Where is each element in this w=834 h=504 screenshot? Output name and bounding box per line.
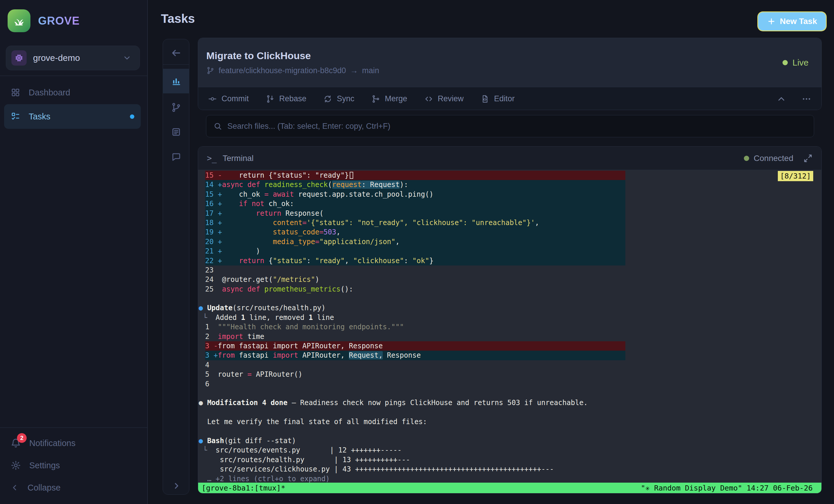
grid-icon bbox=[10, 88, 21, 97]
commit-button[interactable]: Commit bbox=[208, 94, 249, 103]
terminal-token: } bbox=[429, 257, 433, 265]
terminal-line: ● Update(src/routes/health.py) bbox=[199, 303, 821, 312]
rail-tab-stats[interactable] bbox=[163, 69, 189, 93]
terminal-token: 17 bbox=[205, 209, 214, 217]
merge-button[interactable]: Merge bbox=[371, 94, 407, 103]
terminal-token: 21 bbox=[205, 247, 214, 255]
ellipsis-icon[interactable] bbox=[802, 94, 811, 104]
rebase-button[interactable]: Rebase bbox=[266, 94, 306, 103]
terminal-token: (): bbox=[340, 285, 353, 293]
brand-name: GROVE bbox=[38, 15, 80, 27]
terminal-token bbox=[260, 285, 264, 293]
terminal-token: (git diff --stat) bbox=[224, 437, 296, 445]
terminal-token: — Readiness check now pings ClickHouse a… bbox=[287, 399, 588, 407]
terminal-line: 18 + content='{"status": "not_ready", "c… bbox=[205, 218, 626, 227]
terminal-token: not bbox=[252, 200, 264, 208]
git-merge-icon bbox=[371, 94, 380, 103]
arrow-right-icon: → bbox=[350, 66, 358, 75]
rail-next-button[interactable] bbox=[163, 477, 189, 494]
brand: GROVE bbox=[0, 0, 147, 32]
terminal-token: import bbox=[218, 332, 243, 341]
terminal-token: def bbox=[247, 285, 260, 293]
connected-dot bbox=[744, 156, 749, 161]
terminal-line: 15 - return {"status": "ready"} bbox=[205, 171, 626, 180]
sidebar-nav: Dashboard Tasks bbox=[0, 81, 148, 131]
review-button[interactable]: Review bbox=[424, 94, 464, 103]
sidebar-item-dashboard[interactable]: Dashboard bbox=[4, 83, 141, 103]
rail-tab-chat[interactable] bbox=[163, 146, 189, 167]
terminal-line: 21 + ) bbox=[205, 246, 626, 256]
terminal-token: def bbox=[247, 181, 260, 189]
expand-icon[interactable] bbox=[803, 154, 813, 163]
chevron-up-icon[interactable] bbox=[776, 94, 786, 104]
bar-chart-icon bbox=[171, 76, 181, 86]
sidebar-item-settings[interactable]: Settings bbox=[0, 454, 148, 477]
terminal-line: 24 @router.get("/metrics") bbox=[205, 275, 821, 284]
terminal-line: 6 bbox=[205, 379, 821, 389]
terminal-token: time bbox=[243, 332, 264, 341]
sidebar-item-notifications[interactable]: 2 Notifications bbox=[0, 432, 148, 454]
terminal-line: 15 + ch_ok = await request.app.state.ch_… bbox=[205, 190, 626, 199]
terminal-token: if bbox=[239, 200, 247, 208]
bell-icon: 2 bbox=[10, 438, 21, 448]
terminal-body[interactable]: [8/312] 15 - return {"status": "ready"}1… bbox=[198, 170, 821, 483]
search-icon bbox=[213, 122, 222, 131]
terminal-token: 4 bbox=[205, 361, 209, 369]
rail-tab-git[interactable] bbox=[163, 97, 189, 118]
sync-icon bbox=[323, 94, 332, 103]
sync-button[interactable]: Sync bbox=[323, 94, 354, 103]
terminal-token: : Request bbox=[362, 181, 400, 189]
terminal-token: , bbox=[395, 238, 399, 246]
terminal-token: … +2 lines (ctrl+o to expand) bbox=[199, 475, 330, 483]
checklist-icon bbox=[10, 111, 21, 122]
terminal-line bbox=[205, 389, 821, 398]
target-branch: main bbox=[362, 66, 379, 75]
terminal-token: ● bbox=[199, 399, 207, 407]
sidebar: GROVE grove-demo bbox=[0, 0, 148, 504]
terminal-line: 23 bbox=[205, 265, 821, 275]
terminal-line: 3 +from fastapi import APIRouter, Reques… bbox=[205, 351, 626, 360]
terminal-token: prometheus_metrics bbox=[264, 285, 340, 293]
collapse-button[interactable]: Collapse bbox=[0, 477, 148, 499]
terminal-token: ch_ok bbox=[222, 190, 265, 198]
terminal-token: "application/json" bbox=[319, 238, 395, 246]
terminal-token: src/services/clickhouse.py | 43 ++++++++… bbox=[199, 465, 554, 473]
new-task-button[interactable]: New Task bbox=[758, 12, 826, 30]
terminal-token: + bbox=[214, 190, 222, 198]
terminal-token: src/routes/health.py | 13 ++++++++++--- bbox=[199, 456, 410, 464]
git-rebase-icon bbox=[266, 94, 275, 103]
grove-logo-icon bbox=[7, 9, 30, 32]
terminal-token: 1 bbox=[241, 313, 245, 322]
toolbar-label: Editor bbox=[494, 94, 515, 103]
terminal-token bbox=[222, 228, 273, 236]
terminal-token: '{"status": "not_ready", "clickhouse": "… bbox=[307, 219, 535, 227]
terminal-line bbox=[205, 427, 821, 436]
terminal-token: readiness_check bbox=[264, 181, 328, 189]
terminal-token: - bbox=[209, 342, 218, 350]
sidebar-item-tasks[interactable]: Tasks bbox=[4, 104, 141, 129]
workspace-selector[interactable]: grove-demo bbox=[6, 46, 140, 70]
chip-icon bbox=[12, 50, 27, 66]
terminal-token: + bbox=[209, 351, 218, 359]
sidebar-divider bbox=[0, 75, 147, 76]
terminal-token: request bbox=[332, 181, 362, 189]
code-icon bbox=[424, 94, 433, 103]
terminal-token: "status" bbox=[273, 257, 307, 265]
terminal-token: = bbox=[247, 370, 252, 378]
terminal-line: 19 + status_code=503, bbox=[205, 227, 626, 237]
search-input[interactable] bbox=[227, 122, 807, 131]
terminal-token: 2 bbox=[205, 332, 209, 341]
back-button[interactable] bbox=[163, 44, 189, 62]
terminal-token: router bbox=[209, 370, 247, 378]
terminal-token: 3 bbox=[205, 351, 209, 359]
toolbar-label: Commit bbox=[221, 94, 249, 103]
terminal-token: ( bbox=[328, 181, 332, 189]
terminal-token: "clickhouse" bbox=[353, 257, 404, 265]
rail-tab-files[interactable] bbox=[163, 122, 189, 143]
editor-button[interactable]: Editor bbox=[481, 94, 515, 103]
terminal-token: 3 bbox=[205, 342, 209, 350]
terminal-line: 16 + if not ch_ok: bbox=[205, 199, 626, 209]
terminal-token: , bbox=[535, 219, 539, 227]
toolbar-label: Sync bbox=[337, 94, 354, 103]
terminal-token: = bbox=[315, 238, 319, 246]
